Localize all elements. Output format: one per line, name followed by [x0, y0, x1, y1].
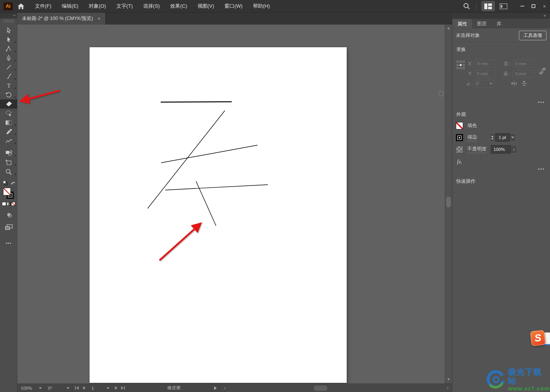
reference-point-widget[interactable] — [457, 61, 465, 70]
tools-panel-grip[interactable] — [0, 18, 17, 24]
menu-item-5[interactable]: 选择(S) — [143, 3, 160, 10]
opacity-swatch[interactable] — [456, 146, 463, 153]
paintbrush-tool[interactable] — [0, 72, 17, 81]
rotate-tool-icon — [5, 92, 12, 98]
horizontal-scrollbar[interactable]: ‹ › — [221, 384, 452, 392]
tool-options-button[interactable]: 工具选项 — [519, 31, 547, 40]
workspace-layout-button[interactable] — [482, 2, 494, 11]
selection-tool[interactable] — [0, 26, 17, 35]
x-field[interactable]: 0 mm — [474, 60, 496, 68]
menu-item-9[interactable]: 帮助(H) — [253, 3, 270, 10]
scroll-left-arrow[interactable]: ‹ — [222, 385, 228, 391]
vertical-scrollbar-thumb[interactable] — [446, 197, 451, 207]
workspace-switch-button[interactable] — [497, 2, 510, 11]
status-expand-button[interactable] — [214, 384, 217, 392]
edit-toolbar-button[interactable]: ••• — [0, 238, 17, 248]
vertical-scrollbar[interactable]: ▲ ▼ — [445, 25, 452, 384]
constrain-proportions-icon[interactable] — [539, 67, 546, 75]
appearance-more-options[interactable]: ••• — [456, 167, 545, 172]
artboard[interactable] — [90, 47, 347, 383]
shaper-tool[interactable] — [0, 136, 17, 146]
transform-more-options[interactable]: ••• — [456, 100, 545, 105]
chevron-down-icon — [489, 83, 492, 84]
y-field[interactable]: 0 mm — [474, 70, 496, 78]
line-segment-tool[interactable] — [0, 63, 17, 72]
panel-tab-库[interactable]: 库 — [492, 19, 507, 28]
menu-item-2[interactable]: 编辑(E) — [62, 3, 78, 10]
rotate-angle-field[interactable]: 0° — [473, 80, 494, 88]
scroll-down-arrow[interactable]: ▼ — [445, 377, 452, 381]
draw-mode-button[interactable] — [0, 210, 17, 219]
zoom-level-select[interactable]: 100% — [17, 384, 45, 392]
opacity-expand-button[interactable]: › — [511, 145, 517, 154]
stroke-weight-field[interactable]: 1 pt — [495, 133, 510, 142]
app-logo-icon[interactable]: Ai — [3, 2, 13, 10]
eraser-tool[interactable] — [0, 99, 17, 109]
artboard-tool[interactable] — [0, 158, 17, 167]
eyedropper-tool[interactable] — [0, 127, 17, 136]
effects-button[interactable]: fx. — [457, 159, 547, 165]
width-field[interactable]: 0 mm — [513, 60, 534, 68]
none-button[interactable] — [11, 202, 15, 206]
first-artboard-button[interactable] — [75, 386, 79, 390]
stroke-row: 描边 1 pt — [456, 133, 547, 142]
search-button[interactable] — [463, 3, 470, 10]
scroll-up-arrow[interactable]: ▲ — [445, 26, 452, 30]
next-artboard-button[interactable] — [115, 386, 118, 390]
height-field[interactable]: 0 mm — [513, 70, 534, 78]
scroll-right-arrow[interactable]: › — [445, 385, 450, 391]
last-artboard-button[interactable] — [121, 386, 125, 390]
curvature-tool[interactable] — [0, 44, 17, 53]
stroke-weight-dropdown[interactable] — [510, 133, 516, 142]
menu-item-6[interactable]: 效果(C) — [170, 3, 187, 10]
type-tool[interactable]: T — [0, 81, 17, 90]
screen-mode-button[interactable] — [0, 222, 17, 232]
lasso-tool[interactable] — [0, 109, 17, 118]
tools-collapse-button[interactable]: » — [0, 13, 17, 18]
menu-item-3[interactable]: 对象(O) — [89, 3, 106, 10]
document-tab-close-icon[interactable]: × — [98, 16, 101, 21]
document-tab[interactable]: 未标题-2* @ 100 % (CMYK/预览) × — [17, 13, 106, 25]
stroke-label[interactable]: 描边 — [467, 134, 477, 141]
gradient-button[interactable] — [7, 202, 11, 206]
gradient-tool[interactable] — [0, 118, 17, 127]
rotate-tool[interactable] — [0, 90, 17, 99]
color-button[interactable] — [2, 202, 6, 206]
minimize-button[interactable] — [517, 0, 528, 13]
home-button[interactable] — [18, 3, 24, 9]
zoom-tool[interactable] — [0, 167, 17, 176]
panel-collapse-button[interactable]: » — [452, 13, 550, 19]
stroke-weight-stepper[interactable] — [490, 133, 495, 142]
menu-item-8[interactable]: 窗口(W) — [224, 3, 243, 10]
rotation-select[interactable]: 0° — [45, 384, 72, 392]
stroke-swatch[interactable] — [456, 134, 463, 141]
flip-horizontal-button[interactable] — [511, 81, 517, 86]
opacity-field[interactable]: 100% — [491, 145, 511, 154]
brush-cursor-ring — [438, 91, 444, 96]
previous-artboard-button[interactable] — [82, 386, 85, 390]
fill-stroke-indicator[interactable] — [0, 187, 17, 201]
close-button[interactable]: × — [539, 0, 550, 13]
width-label: 宽 : — [503, 61, 511, 67]
horizontal-scrollbar-thumb[interactable] — [314, 385, 327, 391]
artboard-tool-icon — [5, 159, 12, 165]
panel-tab-属性[interactable]: 属性 — [452, 19, 472, 28]
site-watermark-name: 极光下载站 — [508, 367, 550, 385]
shape-builder-tool[interactable] — [0, 149, 17, 158]
fill-color-swatch[interactable] — [3, 188, 11, 195]
canvas-area[interactable]: ▲ ▼ — [17, 25, 452, 392]
fill-swatch[interactable] — [456, 122, 463, 129]
s-badge: S — [530, 330, 546, 346]
direct-selection-tool[interactable] — [0, 35, 17, 44]
pen-tool[interactable] — [0, 53, 17, 63]
menu-item-4[interactable]: 文字(T) — [116, 3, 133, 10]
panel-tab-图层[interactable]: 图层 — [472, 19, 492, 28]
menu-item-7[interactable]: 视图(V) — [198, 3, 214, 10]
maximize-button[interactable] — [528, 0, 539, 13]
swap-fill-stroke[interactable] — [0, 179, 17, 187]
artboard-number-select[interactable]: 1 — [88, 384, 112, 392]
opacity-label[interactable]: 不透明度 — [467, 146, 487, 153]
zoom-level-value: 100% — [21, 386, 32, 390]
menu-item-1[interactable]: 文件(F) — [35, 3, 52, 10]
flip-vertical-button[interactable] — [522, 81, 527, 86]
